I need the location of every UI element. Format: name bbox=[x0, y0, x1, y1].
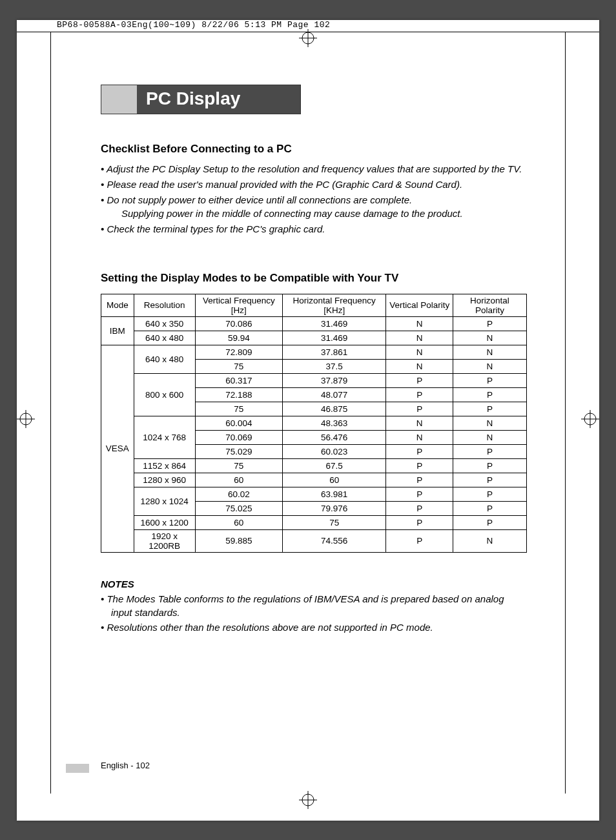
cell-vf: 60.317 bbox=[195, 373, 282, 387]
cell-resolution: 640 x 480 bbox=[134, 345, 195, 373]
cell-hf: 46.875 bbox=[282, 402, 386, 416]
cell-vp: P bbox=[386, 529, 453, 552]
content-area: PC Display Checklist Before Connecting t… bbox=[101, 85, 527, 635]
cell-resolution: 1600 x 1200 bbox=[134, 515, 195, 529]
cell-hp: P bbox=[453, 487, 526, 501]
crop-mark bbox=[565, 32, 566, 794]
cell-vp: P bbox=[386, 444, 453, 458]
cell-hf: 60.023 bbox=[282, 444, 386, 458]
cell-hp: N bbox=[453, 359, 526, 373]
print-slug: BP68-00588A-03Eng(100~109) 8/22/06 5:13 … bbox=[56, 20, 331, 30]
cell-vp: N bbox=[386, 430, 453, 444]
cell-vf: 60 bbox=[195, 515, 282, 529]
cell-resolution: 1280 x 1024 bbox=[134, 487, 195, 515]
checklist-item-continuation: Supplying power in the middle of connect… bbox=[111, 207, 527, 220]
cell-vf: 75 bbox=[195, 359, 282, 373]
col-mode: Mode bbox=[101, 294, 134, 316]
cell-hp: P bbox=[453, 501, 526, 515]
cell-vp: P bbox=[386, 515, 453, 529]
cell-hp: P bbox=[453, 473, 526, 487]
cell-vp: N bbox=[386, 416, 453, 430]
page: BP68-00588A-03Eng(100~109) 8/22/06 5:13 … bbox=[17, 20, 599, 821]
cell-mode: IBM bbox=[101, 316, 134, 345]
cell-hf: 63.981 bbox=[282, 487, 386, 501]
cell-vf: 72.188 bbox=[195, 387, 282, 402]
table-row: 1280 x 9606060PP bbox=[101, 473, 527, 487]
table-row: 1280 x 102460.0263.981PP bbox=[101, 487, 527, 501]
cell-hf: 56.476 bbox=[282, 430, 386, 444]
cell-vf: 59.885 bbox=[195, 529, 282, 552]
table-row: 1600 x 12006075PP bbox=[101, 515, 527, 529]
cell-hp: N bbox=[453, 331, 526, 345]
cell-vp: P bbox=[386, 473, 453, 487]
cell-resolution: 800 x 600 bbox=[134, 373, 195, 416]
checklist-item: Adjust the PC Display Setup to the resol… bbox=[101, 162, 527, 176]
cell-vf: 75.029 bbox=[195, 444, 282, 458]
cell-vp: N bbox=[386, 316, 453, 331]
cell-hf: 79.976 bbox=[282, 501, 386, 515]
page-marker-bar bbox=[66, 764, 89, 773]
cell-vp: P bbox=[386, 387, 453, 402]
cell-vp: P bbox=[386, 487, 453, 501]
page-footer: English - 102 bbox=[101, 761, 150, 770]
checklist-item: Check the terminal types for the PC's gr… bbox=[101, 222, 527, 236]
cell-hf: 37.5 bbox=[282, 359, 386, 373]
table-row: IBM640 x 35070.08631.469NP bbox=[101, 316, 527, 331]
cell-vp: P bbox=[386, 373, 453, 387]
cell-vf: 72.809 bbox=[195, 345, 282, 359]
cell-hf: 74.556 bbox=[282, 529, 386, 552]
cell-hf: 37.879 bbox=[282, 373, 386, 387]
cell-hf: 31.469 bbox=[282, 316, 386, 331]
cell-hp: N bbox=[453, 345, 526, 359]
cell-vf: 60.02 bbox=[195, 487, 282, 501]
cell-hp: N bbox=[453, 529, 526, 552]
cell-hp: P bbox=[453, 444, 526, 458]
cell-resolution: 1152 x 864 bbox=[134, 458, 195, 473]
checklist-item: Do not supply power to either device unt… bbox=[101, 193, 527, 220]
cell-vp: N bbox=[386, 359, 453, 373]
cell-resolution: 1920 x 1200RB bbox=[134, 529, 195, 552]
cell-vp: P bbox=[386, 402, 453, 416]
cell-resolution: 640 x 480 bbox=[134, 331, 195, 345]
cell-hp: N bbox=[453, 416, 526, 430]
section-heading-checklist: Checklist Before Connecting to a PC bbox=[101, 143, 527, 156]
cell-hp: P bbox=[453, 316, 526, 331]
cell-vp: N bbox=[386, 331, 453, 345]
registration-mark-icon bbox=[299, 791, 317, 812]
cell-hp: N bbox=[453, 430, 526, 444]
title-box: PC Display bbox=[137, 85, 300, 114]
cell-hp: P bbox=[453, 458, 526, 473]
title-accent-bar bbox=[101, 85, 137, 114]
cell-resolution: 640 x 350 bbox=[134, 316, 195, 331]
note-item: Resolutions other than the resolutions a… bbox=[101, 620, 527, 634]
crop-mark bbox=[50, 32, 51, 794]
col-hpol: Horizontal Polarity bbox=[453, 294, 526, 316]
cell-mode: VESA bbox=[101, 345, 134, 552]
checklist-item: Please read the user's manual provided w… bbox=[101, 178, 527, 191]
table-body: IBM640 x 35070.08631.469NP640 x 48059.94… bbox=[101, 316, 527, 552]
notes-heading: NOTES bbox=[101, 579, 527, 589]
checklist-bullets: Adjust the PC Display Setup to the resol… bbox=[101, 162, 527, 236]
col-hfreq: Horizontal Frequency [KHz] bbox=[282, 294, 386, 316]
table-row: 1920 x 1200RB59.88574.556PN bbox=[101, 529, 527, 552]
section-heading-modes: Setting the Display Modes to be Compatib… bbox=[101, 272, 527, 285]
table-row: 1152 x 8647567.5PP bbox=[101, 458, 527, 473]
table-header-row: Mode Resolution Vertical Frequency [Hz] … bbox=[101, 294, 527, 316]
note-item: The Modes Table conforms to the regulati… bbox=[101, 592, 527, 619]
table-row: 640 x 48059.9431.469NN bbox=[101, 331, 527, 345]
col-vfreq: Vertical Frequency [Hz] bbox=[195, 294, 282, 316]
display-modes-table: Mode Resolution Vertical Frequency [Hz] … bbox=[101, 294, 527, 553]
cell-hf: 67.5 bbox=[282, 458, 386, 473]
cell-vf: 60 bbox=[195, 473, 282, 487]
cell-hp: P bbox=[453, 387, 526, 402]
cell-vf: 75 bbox=[195, 402, 282, 416]
cell-hf: 75 bbox=[282, 515, 386, 529]
cell-vf: 75 bbox=[195, 458, 282, 473]
table-row: 1024 x 76860.00448.363NN bbox=[101, 416, 527, 430]
col-res: Resolution bbox=[134, 294, 195, 316]
cell-hp: P bbox=[453, 373, 526, 387]
cell-vf: 70.069 bbox=[195, 430, 282, 444]
col-vpol: Vertical Polarity bbox=[386, 294, 453, 316]
cell-vf: 59.94 bbox=[195, 331, 282, 345]
cell-vp: N bbox=[386, 345, 453, 359]
